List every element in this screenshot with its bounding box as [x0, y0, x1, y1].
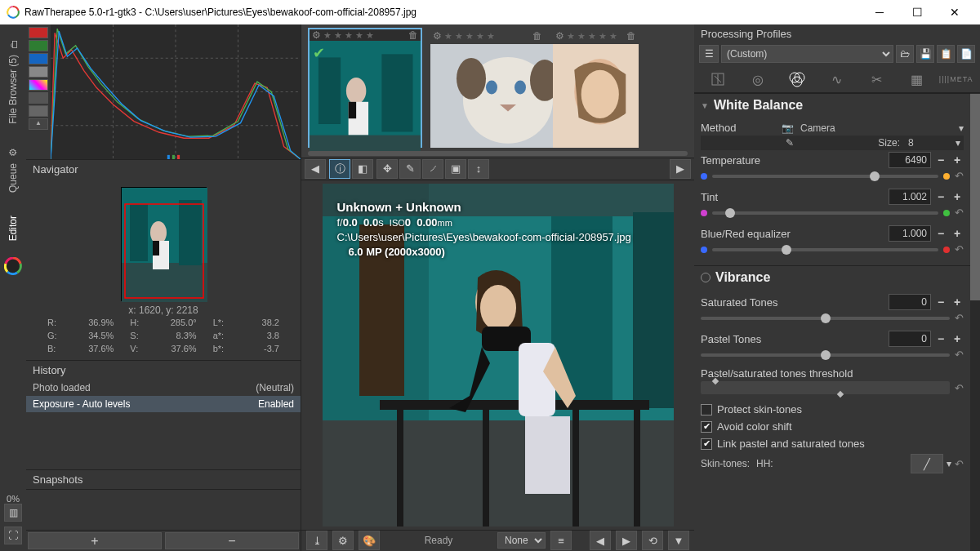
histogram-red-toggle[interactable] — [29, 27, 48, 38]
link-pastel-checkbox[interactable]: ✔Link pastel and saturated tones — [701, 435, 964, 452]
tab-queue[interactable]: Queue ⚙ — [5, 136, 21, 204]
color-tab-icon[interactable] — [786, 69, 808, 89]
reset-icon[interactable]: ↶ — [955, 170, 964, 182]
vibrance-header[interactable]: Vibrance — [694, 265, 970, 289]
dropdown-icon[interactable]: ▾ — [959, 122, 964, 134]
maximize-button[interactable]: ☐ — [898, 0, 936, 24]
minus-button[interactable]: − — [934, 294, 947, 310]
minus-button[interactable]: − — [934, 331, 947, 347]
minimize-button[interactable]: ─ — [861, 0, 898, 24]
snapshot-add-button[interactable]: + — [28, 532, 162, 549]
profile-load-button[interactable]: 🗁 — [896, 45, 914, 63]
profile-copy-button[interactable]: 📋 — [937, 45, 955, 63]
white-balance-header[interactable]: ▼ White Balance — [694, 93, 970, 117]
panel-left-toggle[interactable]: ◀ — [305, 159, 326, 179]
queue-button[interactable]: ⚙ — [332, 531, 354, 550]
exposure-tab-icon[interactable] — [706, 69, 729, 89]
profile-select[interactable]: (Custom) — [721, 45, 893, 63]
reset-icon[interactable]: ↶ — [955, 458, 964, 470]
saturated-slider[interactable] — [701, 317, 950, 320]
navigator-preview[interactable] — [121, 187, 207, 301]
before-after-button[interactable]: ◧ — [352, 159, 373, 179]
minus-button[interactable]: − — [934, 189, 947, 205]
tint-slider[interactable] — [712, 211, 938, 215]
histogram-raw-toggle[interactable] — [29, 92, 48, 104]
history-item[interactable]: Photo loaded (Neutral) — [26, 380, 301, 396]
wb-picker-tool[interactable]: ⟋ — [422, 159, 443, 179]
gear-icon[interactable]: ⚙ — [555, 30, 564, 42]
save-button[interactable]: ⤓ — [306, 531, 327, 550]
star-icon[interactable]: ★ — [323, 30, 332, 41]
dropdown-icon[interactable]: ▾ — [947, 458, 951, 469]
plus-button[interactable]: + — [951, 152, 964, 168]
profile-save-button[interactable]: 💾 — [916, 45, 934, 63]
thumbnail[interactable]: ⚙ ★★★★★ 🗑 ✔ — [308, 28, 422, 148]
nav-prev-button[interactable]: ◀ — [590, 531, 611, 550]
filmstrip-scrollbar[interactable] — [308, 151, 688, 156]
plus-button[interactable]: + — [951, 294, 964, 310]
tint-value[interactable]: 1.002 — [889, 189, 931, 205]
preview-area[interactable]: Unknown + Unknown f/0.0 0.0s ISO0 0.00mm… — [301, 180, 694, 530]
wb-picker-icon[interactable]: ✎ — [704, 137, 875, 149]
plus-button[interactable]: + — [951, 331, 964, 347]
tab-editor[interactable]: Editor — [5, 204, 21, 252]
snapshot-remove-button[interactable]: − — [165, 532, 299, 549]
temperature-value[interactable]: 6490 — [889, 152, 931, 168]
histogram-blue-toggle[interactable] — [29, 53, 48, 64]
thumbnail[interactable]: ⚙ ★★★★★ 🗑 — [430, 28, 545, 148]
panel-right-toggle[interactable]: ▶ — [670, 159, 691, 179]
reset-icon[interactable]: ↶ — [955, 312, 964, 324]
detail-tab-icon[interactable]: ◎ — [746, 69, 769, 89]
minus-button[interactable]: − — [934, 152, 947, 168]
tab-file-browser[interactable]: File Browser (5) 🗀 — [5, 28, 21, 136]
blue-red-value[interactable]: 1.000 — [889, 225, 931, 242]
profile-paste-button[interactable]: 📄 — [957, 45, 975, 63]
external-editor-button[interactable]: 🎨 — [359, 531, 380, 550]
trash-icon[interactable]: 🗑 — [532, 30, 542, 42]
trash-icon[interactable]: 🗑 — [626, 30, 636, 42]
dropdown-icon[interactable]: ▾ — [956, 137, 960, 149]
histogram-green-toggle[interactable] — [29, 40, 48, 51]
straighten-tool[interactable]: ↕ — [468, 159, 489, 179]
histogram-luma-toggle[interactable] — [29, 66, 48, 78]
nav-next-button[interactable]: ▶ — [616, 531, 637, 550]
profile-mode-button[interactable]: ☰ — [699, 45, 719, 63]
histogram-bar-toggle[interactable] — [29, 105, 48, 117]
avoid-color-shift-checkbox[interactable]: ✔Avoid color shift — [701, 418, 964, 435]
reset-icon[interactable]: ↶ — [955, 243, 964, 256]
hand-tool[interactable]: ✥ — [376, 159, 398, 179]
panel-bottom-toggle[interactable]: ▼ — [668, 531, 689, 550]
close-button[interactable]: ✕ — [936, 0, 973, 24]
thumbnail[interactable]: ⚙ ★★★★★ 🗑 — [553, 28, 639, 148]
monitor-profile-select[interactable]: None — [497, 532, 546, 549]
crop-tool[interactable]: ▣ — [445, 159, 466, 179]
sync-button[interactable]: ⟲ — [642, 531, 663, 550]
window-layout-button[interactable]: ▥ — [4, 504, 22, 522]
plus-button[interactable]: + — [951, 189, 964, 205]
colorwheel-icon[interactable] — [4, 257, 22, 275]
wavelet-tab-icon[interactable]: ∿ — [826, 69, 849, 89]
minus-button[interactable]: − — [934, 225, 947, 242]
threshold-slider[interactable] — [701, 381, 950, 394]
curve-type-button[interactable]: ╱ — [911, 454, 943, 473]
blue-red-slider[interactable] — [712, 248, 938, 251]
trash-icon[interactable]: 🗑 — [408, 29, 418, 41]
info-button[interactable]: ⓘ — [329, 159, 350, 179]
gear-icon[interactable]: ⚙ — [312, 29, 321, 41]
reset-icon[interactable]: ↶ — [955, 382, 964, 394]
protect-skin-checkbox[interactable]: Protect skin-tones — [701, 401, 964, 418]
history-item[interactable]: Exposure - Auto levels Enabled — [26, 396, 301, 412]
histogram-mode-toggle[interactable]: ▲ — [29, 118, 48, 130]
gamut-button[interactable]: ≡ — [550, 531, 572, 550]
transform-tab-icon[interactable]: ✂ — [866, 69, 889, 89]
reset-icon[interactable]: ↶ — [955, 349, 964, 361]
right-scrollbar[interactable] — [970, 93, 980, 551]
enable-toggle[interactable] — [701, 273, 710, 282]
plus-button[interactable]: + — [951, 225, 964, 242]
histogram-chroma-toggle[interactable] — [29, 79, 48, 91]
pastel-slider[interactable] — [701, 353, 950, 357]
reset-icon[interactable]: ↶ — [955, 207, 964, 219]
temperature-slider[interactable] — [712, 175, 938, 178]
fullscreen-button[interactable]: ⛶ — [4, 527, 22, 544]
meta-tab-icon[interactable]: ||||META — [945, 69, 968, 89]
